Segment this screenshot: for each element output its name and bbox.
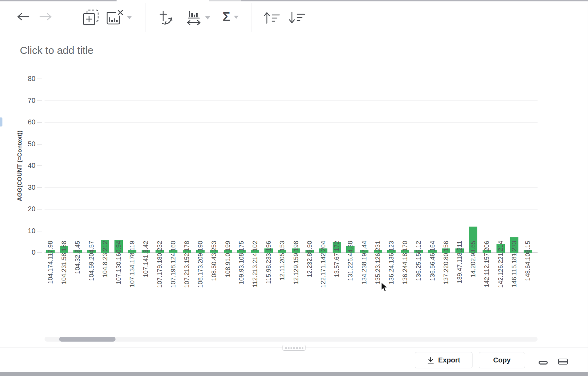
x-tick-mark [528, 253, 528, 256]
bar[interactable] [101, 240, 109, 253]
aggregate-button[interactable]: Σ [223, 11, 239, 23]
bar[interactable] [414, 250, 423, 253]
x-axis-label: 142.112.157.206 [483, 241, 490, 287]
bar[interactable] [46, 250, 55, 253]
x-axis-label: 107.179.180.232 [156, 241, 163, 288]
bar[interactable] [524, 250, 532, 253]
bar[interactable] [292, 248, 300, 253]
mouse-cursor [381, 282, 390, 292]
bar[interactable] [360, 250, 368, 253]
bar[interactable] [237, 250, 246, 253]
gridline [45, 187, 538, 188]
arrow-up-lines-icon [263, 11, 280, 24]
x-axis-label: 104.32.3.45 [74, 241, 81, 274]
x-tick-mark [187, 253, 187, 256]
bar[interactable] [73, 250, 82, 253]
y-tick-label: 0 [10, 248, 35, 256]
x-tick-mark [119, 253, 119, 256]
chart-title-placeholder[interactable]: Click to add title [20, 44, 94, 56]
x-axis-label: 137.220.80.156 [443, 241, 450, 284]
sort-ascending-button[interactable] [263, 11, 280, 24]
x-tick-mark [160, 253, 160, 256]
bar[interactable] [169, 250, 177, 253]
bar[interactable] [483, 250, 491, 253]
bar[interactable] [60, 246, 68, 253]
bar[interactable] [428, 250, 437, 253]
bar[interactable] [128, 250, 136, 253]
x-tick-mark [391, 253, 392, 256]
bar[interactable] [496, 244, 505, 253]
bar[interactable] [469, 227, 477, 253]
arrow-right-icon [39, 12, 53, 22]
horizontal-scrollbar-thumb[interactable] [59, 337, 116, 342]
bar[interactable] [387, 250, 396, 253]
bar[interactable] [114, 240, 123, 253]
x-axis-label: 134.238.192.44 [361, 241, 368, 284]
remove-chart-button[interactable] [105, 10, 132, 25]
bar[interactable] [264, 248, 273, 253]
x-axis-label: 108.91.0.199 [224, 241, 231, 277]
axis-swap-arrow-icon [158, 10, 175, 26]
toolbar: Σ [0, 1, 588, 32]
bar[interactable] [319, 248, 327, 253]
bar[interactable] [510, 237, 518, 253]
x-axis-label: 139.47.118.211 [456, 241, 463, 283]
y-axis-title-text: AGG(COUNT (=Context)) [16, 130, 23, 201]
bar[interactable] [210, 250, 218, 253]
x-axis-label: 135.23.126.231 [374, 241, 381, 284]
collapse-panel-icon[interactable] [539, 361, 548, 365]
bar[interactable] [87, 250, 96, 253]
bar[interactable] [333, 242, 341, 253]
resize-handle[interactable] [283, 345, 305, 351]
y-tick-mark [37, 122, 42, 123]
bar[interactable] [346, 246, 355, 253]
y-tick-label: 60 [10, 118, 35, 126]
swap-axes-button[interactable] [158, 10, 175, 26]
x-axis-label: 107.134.178.119 [129, 241, 136, 287]
x-axis-label: 108.173.209.190 [197, 241, 204, 288]
open-window-icon[interactable] [558, 359, 568, 365]
y-tick-mark [37, 252, 42, 253]
x-axis-label: 148.64.108.15 [524, 241, 531, 281]
x-tick-mark [214, 253, 214, 256]
x-axis-label: 136.56.46.164 [429, 241, 436, 281]
y-tick-mark [37, 165, 42, 166]
sort-descending-button[interactable] [288, 11, 305, 24]
x-tick-mark [514, 253, 515, 256]
x-axis-label: 122.171.142.204 [320, 241, 327, 288]
y-tick-mark [37, 231, 42, 231]
bar[interactable] [374, 250, 382, 253]
bar[interactable] [251, 250, 259, 253]
gridline [45, 79, 538, 79]
export-button[interactable]: Export [415, 352, 472, 368]
bar[interactable] [224, 250, 232, 253]
x-tick-mark [419, 253, 419, 256]
bar[interactable] [278, 250, 286, 253]
toolbar-divider [252, 3, 252, 32]
copy-button[interactable]: Copy [479, 352, 525, 368]
download-icon [427, 357, 435, 364]
bar[interactable] [142, 250, 150, 253]
chart-widget-editor: Σ Click to add title AGG(COUNT (=Context… [0, 0, 588, 376]
add-chart-button[interactable] [82, 9, 99, 26]
copy-label: Copy [493, 356, 511, 364]
x-tick-mark [173, 253, 174, 256]
redo-button[interactable] [39, 12, 53, 22]
x-tick-mark [132, 253, 133, 256]
y-tick-mark [37, 100, 42, 101]
bar[interactable] [455, 248, 464, 253]
x-tick-mark [350, 253, 351, 256]
y-tick-mark [37, 144, 42, 145]
bar[interactable] [442, 248, 450, 253]
horizontal-scrollbar[interactable] [45, 337, 538, 342]
toolbar-divider [145, 3, 145, 32]
bar-width-button[interactable] [186, 9, 210, 26]
bar[interactable] [183, 250, 191, 253]
bar[interactable] [401, 250, 409, 253]
bar[interactable] [196, 250, 205, 253]
x-tick-mark [78, 253, 78, 256]
x-axis-label: 108.50.43.253 [210, 241, 217, 281]
bar[interactable] [305, 250, 314, 253]
undo-button[interactable] [16, 12, 30, 22]
bar[interactable] [156, 250, 164, 253]
